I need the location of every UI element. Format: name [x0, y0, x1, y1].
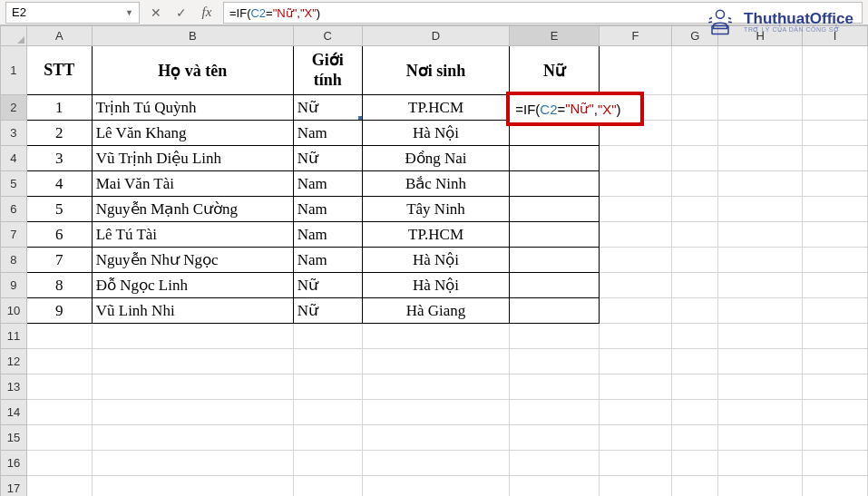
cell-a5[interactable]: 4 [26, 171, 92, 197]
cell-c8[interactable]: Nam [293, 248, 362, 273]
cell-e10[interactable] [510, 298, 600, 324]
cell-a2[interactable]: 1 [26, 95, 92, 121]
row-header-5[interactable]: 5 [1, 171, 27, 197]
watermark-title: ThuthuatOffice [744, 11, 853, 26]
cell-b8[interactable]: Nguyễn Như Ngọc [92, 248, 293, 273]
cell-c2[interactable]: Nữ [293, 95, 362, 121]
row-header-14[interactable]: 14 [1, 400, 27, 425]
cell-editor[interactable]: =IF(C2="Nữ","X") [506, 92, 644, 126]
row-header-2[interactable]: 2 [1, 95, 27, 121]
row-header-4[interactable]: 4 [1, 146, 27, 171]
table-row: 11 [1, 324, 868, 349]
cell-c4[interactable]: Nữ [293, 146, 362, 171]
table-row: 17 [1, 476, 868, 497]
cell-d9[interactable]: Hà Nội [362, 273, 509, 298]
row-header-10[interactable]: 10 [1, 298, 27, 324]
row-header-12[interactable]: 12 [1, 349, 27, 374]
table-row: 54Mai Văn TàiNamBắc Ninh [1, 171, 868, 197]
cell-c9[interactable]: Nữ [293, 273, 362, 298]
row-header-11[interactable]: 11 [1, 324, 27, 349]
cell-e2[interactable]: =IF(C2="Nữ","X") [510, 95, 600, 121]
cell-b5[interactable]: Mai Văn Tài [92, 171, 293, 197]
cell-b10[interactable]: Vũ Linh Nhi [92, 298, 293, 324]
cell-b3[interactable]: Lê Văn Khang [92, 121, 293, 146]
cell-d5[interactable]: Bắc Ninh [362, 171, 509, 197]
cell-c6[interactable]: Nam [293, 197, 362, 222]
header-place[interactable]: Nơi sinh [362, 46, 509, 95]
table-row: 16 [1, 451, 868, 476]
cell-d3[interactable]: Hà Nội [362, 121, 509, 146]
row-header-13[interactable]: 13 [1, 374, 27, 400]
cell-a8[interactable]: 7 [26, 248, 92, 273]
col-header-b[interactable]: B [92, 26, 293, 46]
watermark-subtitle: TRỢ LÝ CỦA DÂN CÔNG SỞ [744, 26, 853, 33]
cell-b6[interactable]: Nguyễn Mạnh Cường [92, 197, 293, 222]
cell-d7[interactable]: TP.HCM [362, 222, 509, 248]
cell-b2[interactable]: Trịnh Tú Quỳnh [92, 95, 293, 121]
table-row: 14 [1, 400, 868, 425]
svg-line-5 [728, 22, 732, 23]
confirm-icon[interactable]: ✓ [169, 2, 194, 24]
col-header-f[interactable]: F [599, 26, 671, 46]
row-header-8[interactable]: 8 [1, 248, 27, 273]
watermark-icon [704, 5, 736, 38]
cell-a4[interactable]: 3 [26, 146, 92, 171]
fx-icon[interactable]: fx [194, 2, 219, 24]
table-row: 76Lê Tú TàiNamTP.HCM [1, 222, 868, 248]
col-header-e[interactable]: E [510, 26, 600, 46]
cancel-icon[interactable]: ✕ [143, 2, 169, 24]
col-header-a[interactable]: A [26, 26, 92, 46]
table-row: 13 [1, 374, 868, 400]
spreadsheet-grid[interactable]: A B C D E F G H I 1 STT Họ và tên Giới t… [0, 25, 868, 496]
cell-b9[interactable]: Đỗ Ngọc Linh [92, 273, 293, 298]
table-row: 65Nguyễn Mạnh CườngNamTây Ninh [1, 197, 868, 222]
row-header-9[interactable]: 9 [1, 273, 27, 298]
cell-a10[interactable]: 9 [26, 298, 92, 324]
cell-d2[interactable]: TP.HCM [362, 95, 509, 121]
row-header-6[interactable]: 6 [1, 197, 27, 222]
row-header-7[interactable]: 7 [1, 222, 27, 248]
table-row: 43Vũ Trịnh Diệu LinhNữĐồng Nai [1, 146, 868, 171]
watermark: ThuthuatOffice TRỢ LÝ CỦA DÂN CÔNG SỞ [704, 5, 853, 38]
cell-a3[interactable]: 2 [26, 121, 92, 146]
header-stt[interactable]: STT [26, 46, 92, 95]
cell-e8[interactable] [510, 248, 600, 273]
cell-a9[interactable]: 8 [26, 273, 92, 298]
row-header-15[interactable]: 15 [1, 425, 27, 451]
cell-c5[interactable]: Nam [293, 171, 362, 197]
row-header-1[interactable]: 1 [1, 46, 27, 95]
name-box-value: E2 [12, 2, 26, 24]
cell-a7[interactable]: 6 [26, 222, 92, 248]
cell-e9[interactable] [510, 273, 600, 298]
cell-e5[interactable] [510, 171, 600, 197]
cell-c10[interactable]: Nữ [293, 298, 362, 324]
cell-e6[interactable] [510, 197, 600, 222]
svg-line-4 [728, 18, 731, 20]
cell-b7[interactable]: Lê Tú Tài [92, 222, 293, 248]
cell-d6[interactable]: Tây Ninh [362, 197, 509, 222]
table-row: 32Lê Văn KhangNamHà Nội [1, 121, 868, 146]
cell-e4[interactable] [510, 146, 600, 171]
cell-c3[interactable]: Nam [293, 121, 362, 146]
col-header-d[interactable]: D [362, 26, 509, 46]
cell-a6[interactable]: 5 [26, 197, 92, 222]
select-all-corner[interactable] [1, 26, 27, 46]
cell-c7[interactable]: Nam [293, 222, 362, 248]
name-box[interactable]: E2 ▼ [5, 2, 140, 24]
table-row: 15 [1, 425, 868, 451]
cell-d8[interactable]: Hà Nội [362, 248, 509, 273]
cell-d4[interactable]: Đồng Nai [362, 146, 509, 171]
row-header-17[interactable]: 17 [1, 476, 27, 497]
table-row: 1 STT Họ và tên Giới tính Nơi sinh Nữ [1, 46, 868, 95]
header-name[interactable]: Họ và tên [92, 46, 293, 95]
svg-line-2 [709, 18, 712, 20]
cell-d10[interactable]: Hà Giang [362, 298, 509, 324]
row-header-16[interactable]: 16 [1, 451, 27, 476]
row-header-3[interactable]: 3 [1, 121, 27, 146]
cell-e7[interactable] [510, 222, 600, 248]
header-female[interactable]: Nữ [510, 46, 600, 95]
name-box-dropdown-icon[interactable]: ▼ [125, 2, 133, 24]
header-sex[interactable]: Giới tính [293, 46, 362, 95]
col-header-c[interactable]: C [293, 26, 362, 46]
cell-b4[interactable]: Vũ Trịnh Diệu Linh [92, 146, 293, 171]
